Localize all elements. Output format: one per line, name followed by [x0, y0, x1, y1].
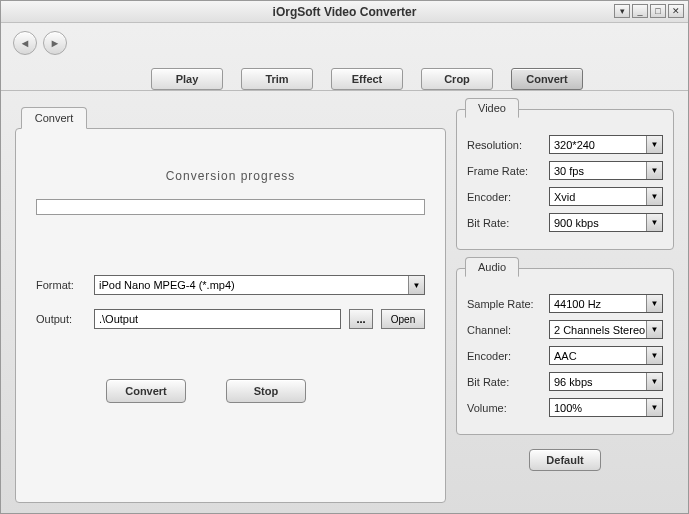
content-area: Convert Conversion progress Format: iPod… — [1, 91, 688, 513]
framerate-select[interactable]: 30 fps▼ — [549, 161, 663, 180]
channel-row: Channel: 2 Channels Stereo▼ — [467, 320, 663, 339]
output-input[interactable]: .\Output — [94, 309, 341, 329]
format-combo[interactable]: iPod Nano MPEG-4 (*.mp4) ▼ — [94, 275, 425, 295]
tab-play[interactable]: Play — [151, 68, 223, 90]
output-label: Output: — [36, 313, 86, 325]
open-button[interactable]: Open — [381, 309, 425, 329]
tab-trim[interactable]: Trim — [241, 68, 313, 90]
chevron-down-icon[interactable]: ▼ — [646, 162, 662, 179]
video-encoder-select[interactable]: Xvid▼ — [549, 187, 663, 206]
convert-subtab[interactable]: Convert — [21, 107, 87, 129]
progress-bar — [36, 199, 425, 215]
samplerate-select[interactable]: 44100 Hz▼ — [549, 294, 663, 313]
app-window: iOrgSoft Video Converter ▾ _ □ ✕ ◄ ► Pla… — [0, 0, 689, 514]
samplerate-row: Sample Rate: 44100 Hz▼ — [467, 294, 663, 313]
samplerate-value: 44100 Hz — [550, 298, 646, 310]
video-encoder-value: Xvid — [550, 191, 646, 203]
window-close-button[interactable]: ✕ — [668, 4, 684, 18]
volume-row: Volume: 100%▼ — [467, 398, 663, 417]
output-value: .\Output — [99, 313, 138, 325]
audio-encoder-value: AAC — [550, 350, 646, 362]
browse-button[interactable]: ... — [349, 309, 373, 329]
window-controls: ▾ _ □ ✕ — [614, 4, 684, 18]
channel-value: 2 Channels Stereo — [550, 324, 646, 336]
format-value: iPod Nano MPEG-4 (*.mp4) — [95, 279, 408, 291]
window-title: iOrgSoft Video Converter — [273, 5, 417, 19]
samplerate-label: Sample Rate: — [467, 298, 549, 310]
right-panel: Video Resolution: 320*240▼ Frame Rate: 3… — [456, 109, 674, 503]
audio-group: Audio Sample Rate: 44100 Hz▼ Channel: 2 … — [456, 268, 674, 435]
chevron-down-icon[interactable]: ▼ — [646, 295, 662, 312]
framerate-value: 30 fps — [550, 165, 646, 177]
resolution-select[interactable]: 320*240▼ — [549, 135, 663, 154]
video-group-title: Video — [465, 98, 519, 118]
nav-row: ◄ ► — [1, 23, 688, 63]
audio-encoder-select[interactable]: AAC▼ — [549, 346, 663, 365]
stop-button[interactable]: Stop — [226, 379, 306, 403]
audio-bitrate-row: Bit Rate: 96 kbps▼ — [467, 372, 663, 391]
video-encoder-row: Encoder: Xvid▼ — [467, 187, 663, 206]
chevron-down-icon[interactable]: ▼ — [646, 136, 662, 153]
output-row: Output: .\Output ... Open — [36, 309, 425, 329]
audio-bitrate-value: 96 kbps — [550, 376, 646, 388]
chevron-down-icon[interactable]: ▼ — [646, 373, 662, 390]
format-row: Format: iPod Nano MPEG-4 (*.mp4) ▼ — [36, 275, 425, 295]
tab-convert[interactable]: Convert — [511, 68, 583, 90]
chevron-down-icon[interactable]: ▼ — [646, 399, 662, 416]
progress-title: Conversion progress — [36, 169, 425, 183]
audio-bitrate-label: Bit Rate: — [467, 376, 549, 388]
channel-select[interactable]: 2 Channels Stereo▼ — [549, 320, 663, 339]
volume-value: 100% — [550, 402, 646, 414]
volume-select[interactable]: 100%▼ — [549, 398, 663, 417]
audio-group-title: Audio — [465, 257, 519, 277]
volume-label: Volume: — [467, 402, 549, 414]
resolution-label: Resolution: — [467, 139, 549, 151]
framerate-row: Frame Rate: 30 fps▼ — [467, 161, 663, 180]
convert-button[interactable]: Convert — [106, 379, 186, 403]
framerate-label: Frame Rate: — [467, 165, 549, 177]
window-maximize-button[interactable]: □ — [650, 4, 666, 18]
audio-bitrate-select[interactable]: 96 kbps▼ — [549, 372, 663, 391]
chevron-down-icon[interactable]: ▼ — [408, 276, 424, 294]
resolution-row: Resolution: 320*240▼ — [467, 135, 663, 154]
action-row: Convert Stop — [36, 379, 425, 403]
chevron-down-icon[interactable]: ▼ — [646, 214, 662, 231]
window-minimize-button[interactable]: _ — [632, 4, 648, 18]
resolution-value: 320*240 — [550, 139, 646, 151]
video-bitrate-value: 900 kbps — [550, 217, 646, 229]
default-row: Default — [456, 449, 674, 471]
channel-label: Channel: — [467, 324, 549, 336]
format-label: Format: — [36, 279, 86, 291]
video-group: Video Resolution: 320*240▼ Frame Rate: 3… — [456, 109, 674, 250]
main-tabbar: Play Trim Effect Crop Convert — [1, 63, 688, 91]
nav-forward-button[interactable]: ► — [43, 31, 67, 55]
chevron-down-icon[interactable]: ▼ — [646, 347, 662, 364]
video-bitrate-row: Bit Rate: 900 kbps▼ — [467, 213, 663, 232]
tab-effect[interactable]: Effect — [331, 68, 403, 90]
video-bitrate-select[interactable]: 900 kbps▼ — [549, 213, 663, 232]
chevron-down-icon[interactable]: ▼ — [646, 188, 662, 205]
video-bitrate-label: Bit Rate: — [467, 217, 549, 229]
video-encoder-label: Encoder: — [467, 191, 549, 203]
nav-back-button[interactable]: ◄ — [13, 31, 37, 55]
tab-crop[interactable]: Crop — [421, 68, 493, 90]
convert-box: Conversion progress Format: iPod Nano MP… — [15, 128, 446, 503]
chevron-down-icon[interactable]: ▼ — [646, 321, 662, 338]
titlebar: iOrgSoft Video Converter ▾ _ □ ✕ — [1, 1, 688, 23]
left-panel: Convert Conversion progress Format: iPod… — [15, 109, 446, 503]
window-help-button[interactable]: ▾ — [614, 4, 630, 18]
audio-encoder-row: Encoder: AAC▼ — [467, 346, 663, 365]
default-button[interactable]: Default — [529, 449, 601, 471]
audio-encoder-label: Encoder: — [467, 350, 549, 362]
